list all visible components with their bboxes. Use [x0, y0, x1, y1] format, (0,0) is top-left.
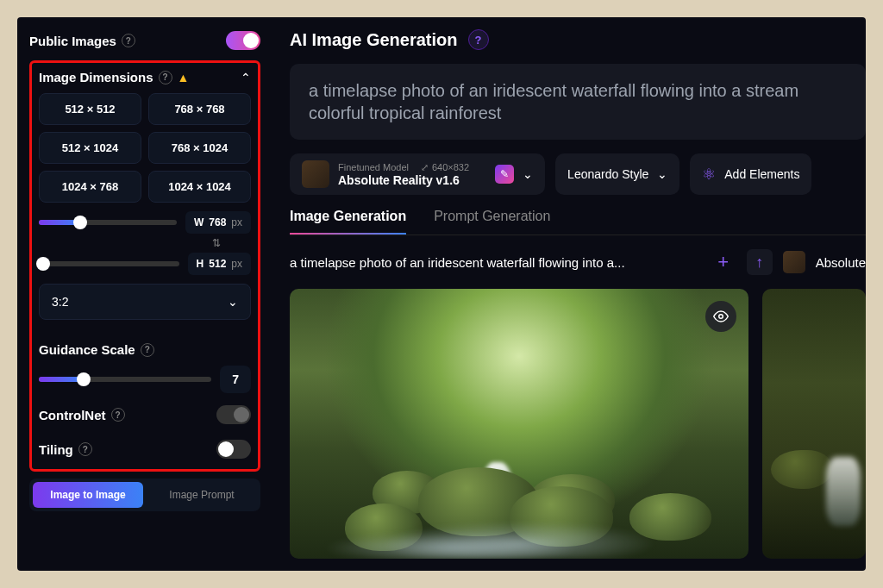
- chevron-down-icon: ⌄: [228, 295, 238, 309]
- help-icon[interactable]: ?: [141, 343, 154, 357]
- width-slider-row: W 768 px: [39, 211, 251, 234]
- dimension-preset-button[interactable]: 768 × 1024: [148, 132, 251, 164]
- dimension-preset-button[interactable]: 512 × 1024: [39, 132, 141, 164]
- aspect-ratio-select[interactable]: 3:2 ⌄: [39, 284, 251, 320]
- atom-icon: ⚛: [702, 165, 716, 184]
- tiling-row: Tiling ?: [39, 436, 251, 462]
- public-images-toggle[interactable]: [226, 31, 260, 50]
- image-dimensions-label: Image Dimensions: [39, 70, 153, 84]
- guidance-scale-text: Guidance Scale: [39, 342, 135, 357]
- image-gallery: [290, 289, 866, 559]
- generated-image[interactable]: [762, 289, 866, 559]
- width-slider[interactable]: [39, 220, 177, 225]
- generation-tabs: Image Generation Prompt Generation: [290, 209, 866, 235]
- page-title: AI Image Generation: [290, 30, 458, 50]
- add-elements-button[interactable]: ⚛ Add Elements: [690, 153, 811, 195]
- public-images-row: Public Images ?: [29, 28, 260, 53]
- model-avatar: [302, 160, 329, 188]
- model-name: Absolute Reality v1.6: [338, 173, 469, 187]
- result-prompt-text: a timelapse photo of an iridescent water…: [290, 255, 700, 270]
- warning-icon: ▲: [178, 71, 190, 84]
- image-prompt-tab[interactable]: Image Prompt: [147, 482, 257, 508]
- public-images-label: Public Images ?: [29, 34, 135, 48]
- height-slider[interactable]: [39, 261, 179, 266]
- tab-prompt-generation[interactable]: Prompt Generation: [434, 209, 550, 235]
- dimension-preset-button[interactable]: 512 × 512: [39, 93, 141, 125]
- height-unit: px: [231, 258, 242, 270]
- dimension-presets: 512 × 512 768 × 768 512 × 1024 768 × 102…: [39, 93, 251, 203]
- model-thumbnail: [783, 251, 805, 273]
- add-button[interactable]: +: [711, 249, 736, 275]
- dimensions-icon: ⤢: [421, 162, 429, 173]
- prompt-magic-icon[interactable]: ✎: [495, 165, 514, 184]
- upload-button[interactable]: ↑: [747, 249, 773, 275]
- public-images-text: Public Images: [29, 34, 116, 48]
- guidance-slider[interactable]: [39, 377, 211, 382]
- style-label: Leonardo Style: [567, 167, 648, 181]
- model-settings-row: Finetuned Model ⤢640×832 Absolute Realit…: [290, 153, 866, 195]
- controlnet-toggle[interactable]: [216, 405, 251, 424]
- tab-image-generation[interactable]: Image Generation: [290, 209, 406, 235]
- image-mode-tabs: Image to Image Image Prompt: [29, 479, 260, 511]
- chevron-down-icon[interactable]: ⌄: [523, 167, 533, 181]
- model-selector[interactable]: Finetuned Model ⤢640×832 Absolute Realit…: [290, 153, 545, 195]
- image-to-image-tab[interactable]: Image to Image: [33, 482, 143, 508]
- settings-sidebar: Public Images ? Image Dimensions ? ▲ ⌃ 5…: [17, 17, 272, 571]
- style-selector[interactable]: Leonardo Style ⌄: [555, 153, 679, 195]
- model-type-label: Finetuned Model: [338, 162, 409, 172]
- add-elements-label: Add Elements: [724, 167, 799, 181]
- height-value-box[interactable]: H 512 px: [188, 253, 251, 275]
- app-root: Public Images ? Image Dimensions ? ▲ ⌃ 5…: [17, 17, 866, 571]
- help-icon[interactable]: ?: [78, 442, 92, 456]
- help-icon[interactable]: ?: [111, 408, 125, 422]
- generated-image[interactable]: [290, 289, 748, 559]
- width-value: 768: [209, 216, 226, 228]
- tiling-label: Tiling: [39, 442, 73, 457]
- help-icon[interactable]: ?: [159, 71, 172, 84]
- swap-dimensions-icon[interactable]: ⇅: [182, 237, 251, 249]
- controlnet-row: ControlNet ?: [39, 402, 251, 428]
- help-icon[interactable]: ?: [122, 34, 135, 47]
- highlighted-settings: Image Dimensions ? ▲ ⌃ 512 × 512 768 × 7…: [29, 60, 260, 472]
- tiling-toggle[interactable]: [216, 440, 251, 459]
- result-model-name: Absolute: [816, 255, 866, 270]
- guidance-slider-row: 7: [39, 366, 251, 393]
- height-label: H: [197, 258, 204, 270]
- height-slider-row: H 512 px: [39, 253, 251, 275]
- dimension-preset-button[interactable]: 1024 × 768: [39, 171, 141, 203]
- guidance-scale-label: Guidance Scale ?: [39, 342, 251, 357]
- help-icon[interactable]: ?: [468, 29, 489, 50]
- svg-point-0: [719, 315, 723, 319]
- model-dimensions: 640×832: [432, 162, 469, 172]
- height-value: 512: [209, 258, 226, 270]
- page-title-row: AI Image Generation ?: [290, 29, 866, 50]
- dimension-preset-button[interactable]: 768 × 768: [148, 93, 251, 125]
- main-panel: AI Image Generation ? a timelapse photo …: [272, 17, 866, 571]
- aspect-ratio-value: 3:2: [52, 295, 68, 309]
- width-value-box[interactable]: W 768 px: [185, 211, 251, 234]
- width-unit: px: [231, 216, 242, 228]
- controlnet-label: ControlNet: [39, 408, 106, 422]
- dimension-preset-button[interactable]: 1024 × 1024: [148, 171, 251, 203]
- preview-button[interactable]: [705, 301, 736, 332]
- guidance-value[interactable]: 7: [220, 366, 251, 393]
- chevron-up-icon[interactable]: ⌃: [241, 71, 251, 84]
- width-label: W: [194, 216, 204, 228]
- prompt-input[interactable]: a timelapse photo of an iridescent water…: [290, 64, 866, 140]
- result-header: a timelapse photo of an iridescent water…: [290, 249, 866, 275]
- chevron-down-icon: ⌄: [657, 167, 667, 181]
- image-dimensions-header[interactable]: Image Dimensions ? ▲ ⌃: [39, 70, 251, 84]
